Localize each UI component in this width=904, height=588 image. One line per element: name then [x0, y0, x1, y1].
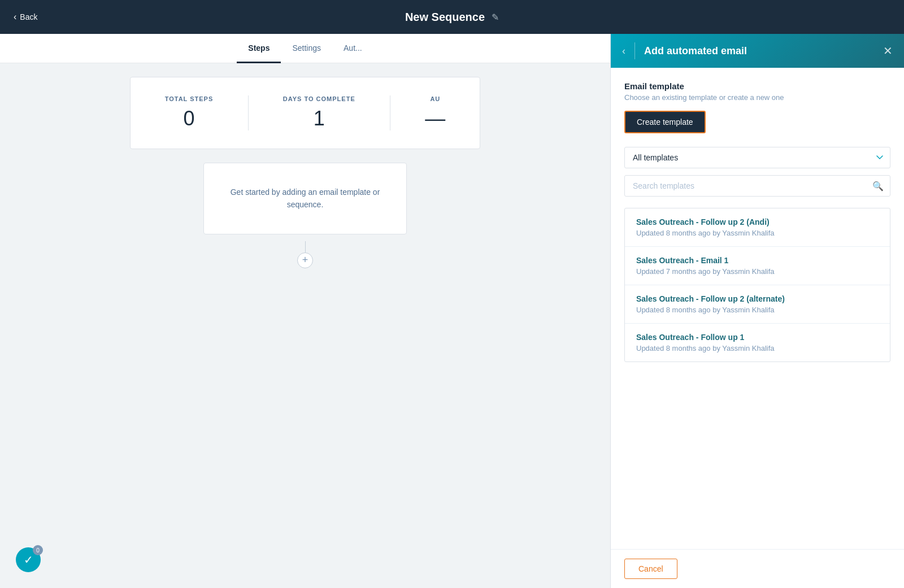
template-meta: Updated 8 months ago by Yassmin Khalifa — [636, 306, 879, 314]
template-name: Sales Outreach - Email 1 — [636, 256, 879, 265]
close-icon: ✕ — [883, 45, 893, 57]
total-steps-stat: TOTAL STEPS 0 — [165, 95, 214, 130]
empty-state-card: Get started by adding an email template … — [203, 163, 407, 234]
badge-count: 0 — [33, 545, 43, 555]
list-item[interactable]: Sales Outreach - Follow up 2 (alternate)… — [625, 285, 890, 324]
template-name: Sales Outreach - Follow up 2 (alternate) — [636, 294, 879, 303]
template-meta: Updated 8 months ago by Yassmin Khalifa — [636, 229, 879, 237]
list-item[interactable]: Sales Outreach - Email 1 Updated 7 month… — [625, 247, 890, 285]
template-list: Sales Outreach - Follow up 2 (Andi) Upda… — [624, 208, 890, 362]
template-name: Sales Outreach - Follow up 1 — [636, 333, 879, 342]
checkmark-icon: ✓ — [24, 553, 33, 567]
template-meta: Updated 8 months ago by Yassmin Khalifa — [636, 344, 879, 352]
template-filter-select[interactable]: All templates My templates Team template… — [624, 147, 890, 168]
top-nav-bar: ‹ Back New Sequence ✎ — [0, 0, 904, 34]
drawer-body: Email template Choose an existing templa… — [611, 68, 904, 549]
drawer-close-button[interactable]: ✕ — [883, 44, 893, 58]
search-wrapper: 🔍 — [624, 175, 890, 197]
back-arrow-icon: ‹ — [14, 12, 16, 22]
page-title: New Sequence — [405, 11, 485, 24]
back-button[interactable]: ‹ Back — [14, 12, 37, 22]
days-to-complete-stat: DAYS TO COMPLETE 1 — [283, 95, 355, 130]
plus-icon: + — [302, 254, 308, 266]
edit-icon: ✎ — [492, 12, 499, 22]
tab-steps[interactable]: Steps — [237, 34, 281, 63]
template-meta: Updated 7 months ago by Yassmin Khalifa — [636, 267, 879, 276]
tabs-bar: Steps Settings Aut... — [0, 34, 610, 63]
list-item[interactable]: Sales Outreach - Follow up 2 (Andi) Upda… — [625, 208, 890, 247]
list-item[interactable]: Sales Outreach - Follow up 1 Updated 8 m… — [625, 324, 890, 361]
drawer-title: Add automated email — [644, 45, 874, 57]
right-drawer-panel: ‹ Add automated email ✕ Email template C… — [610, 34, 904, 588]
notification-badge[interactable]: ✓ 0 — [16, 547, 41, 572]
nav-title-area: New Sequence ✎ — [405, 11, 499, 24]
empty-state-text: Get started by adding an email template … — [221, 186, 389, 211]
stats-card: TOTAL STEPS 0 DAYS TO COMPLETE 1 AU — — [130, 77, 480, 149]
search-icon: 🔍 — [872, 181, 884, 191]
email-template-section-subtitle: Choose an existing template or create a … — [624, 93, 890, 102]
drawer-back-icon: ‹ — [622, 45, 625, 57]
left-panel: Steps Settings Aut... TOTAL STEPS 0 DAYS… — [0, 34, 610, 588]
main-content: Steps Settings Aut... TOTAL STEPS 0 DAYS… — [0, 34, 904, 588]
days-to-complete-value: 1 — [283, 107, 355, 130]
tab-automation[interactable]: Aut... — [332, 34, 373, 63]
connector-area: + — [0, 241, 610, 268]
drawer-header: ‹ Add automated email ✕ — [611, 34, 904, 68]
total-steps-label: TOTAL STEPS — [165, 95, 214, 102]
create-template-button[interactable]: Create template — [624, 111, 706, 133]
au-value: — — [425, 107, 445, 130]
email-template-section-title: Email template — [624, 81, 890, 91]
drawer-footer: Cancel — [611, 549, 904, 588]
stat-divider-2 — [390, 95, 390, 130]
search-templates-input[interactable] — [624, 175, 890, 197]
total-steps-value: 0 — [165, 107, 214, 130]
au-label: AU — [425, 95, 445, 102]
template-name: Sales Outreach - Follow up 2 (Andi) — [636, 217, 879, 227]
drawer-back-button[interactable]: ‹ — [622, 45, 625, 57]
drawer-header-divider — [634, 42, 635, 59]
days-to-complete-label: DAYS TO COMPLETE — [283, 95, 355, 102]
connector-line — [305, 241, 306, 252]
tab-settings[interactable]: Settings — [281, 34, 332, 63]
au-stat: AU — — [425, 95, 445, 130]
back-label: Back — [20, 12, 37, 21]
edit-title-button[interactable]: ✎ — [492, 12, 499, 23]
add-step-button[interactable]: + — [297, 252, 313, 268]
stat-divider-1 — [248, 95, 249, 130]
cancel-button[interactable]: Cancel — [624, 559, 677, 579]
